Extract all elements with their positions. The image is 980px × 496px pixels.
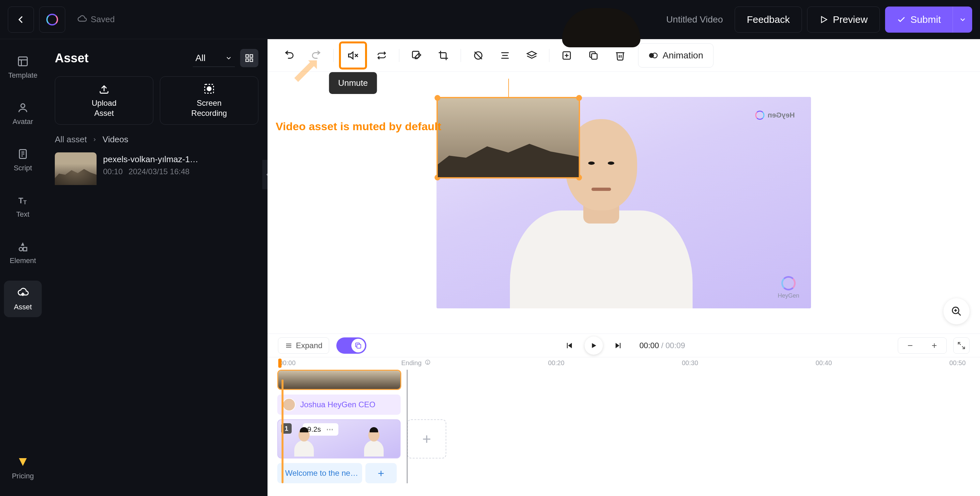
svg-rect-16 [250,55,253,57]
pricing-icon [16,456,29,469]
redo-button[interactable] [304,43,328,67]
timeline-toggle[interactable] [336,337,366,354]
watermark-logo-icon [755,111,764,120]
timeline-fit-button[interactable] [953,337,970,354]
asset-item-duration: 00:10 [103,167,123,176]
avatar-chip-icon [283,398,296,411]
submit-button[interactable]: Submit [885,6,953,33]
svg-rect-17 [246,59,248,61]
svg-text:T: T [19,196,24,205]
text-icon: TT [16,194,29,207]
timeline-ruler[interactable]: 00:00 Ending 00:20 00:30 00:40 00:50 [274,359,974,368]
svg-line-52 [962,346,965,349]
asset-view-toggle[interactable] [240,49,258,67]
timeline-cursor[interactable] [407,370,407,483]
upload-asset-label: Upload Asset [92,98,116,118]
rail-asset-label: Asset [14,303,32,311]
upload-asset-button[interactable]: Upload Asset [55,77,153,124]
rail-avatar[interactable]: Avatar [4,95,42,132]
timeline-scene-clip[interactable]: 1 9.2s ⋯ [277,419,401,458]
crumb-root[interactable]: All asset [55,134,87,145]
svg-marker-11 [21,242,24,246]
add-caption-button[interactable]: + [365,463,397,483]
preview-button[interactable]: Preview [807,6,880,33]
play-button[interactable] [585,337,603,355]
scene-more-button[interactable]: ⋯ [326,425,334,434]
feedback-button[interactable]: Feedback [735,6,802,33]
selected-video-asset[interactable] [436,97,580,179]
resize-handle-br[interactable] [576,175,582,180]
svg-marker-48 [592,343,597,348]
svg-line-39 [958,313,961,316]
screen-recording-label: Screen Recording [191,98,227,118]
resize-handle-tr[interactable] [576,95,582,101]
opacity-button[interactable] [466,43,490,67]
video-canvas[interactable]: HeyGen HeyGen [436,97,811,308]
screen-recording-button[interactable]: Screen Recording [160,77,258,124]
rail-template-label: Template [8,71,37,80]
time-display: 00:00 / 00:09 [640,341,685,350]
caption-text: Welcome to the ne… [285,469,358,478]
playhead[interactable] [278,359,282,368]
ruler-30: 00:30 [682,359,698,367]
svg-rect-1 [19,57,27,66]
edit-button[interactable] [404,43,429,67]
loop-button[interactable] [370,43,394,67]
rail-text[interactable]: TT Text [4,188,42,225]
svg-rect-15 [246,55,248,57]
mute-highlight: Unmute [339,41,367,70]
zoom-out-button[interactable]: − [908,340,913,351]
svg-line-51 [958,342,961,345]
mute-button[interactable] [341,43,365,67]
rail-script[interactable]: Script [4,142,42,178]
svg-rect-45 [357,344,361,348]
svg-marker-0 [821,16,827,22]
add-scene-button[interactable]: + [407,419,446,458]
submit-dropdown[interactable] [953,6,972,33]
timeline-expand-button[interactable]: Expand [278,337,329,354]
back-button[interactable] [8,6,34,33]
watermark-bottom: HeyGen [778,276,799,299]
layers-button[interactable] [520,43,544,67]
asset-panel-title: Asset [55,51,89,65]
time-current: 00:00 [640,341,659,350]
rail-pricing[interactable]: Pricing [4,450,42,486]
align-button[interactable] [493,43,517,67]
crop-button[interactable] [431,43,455,67]
zoom-in-button[interactable]: + [932,340,937,351]
template-icon [16,55,29,68]
rail-template[interactable]: Template [4,49,42,86]
svg-marker-46 [568,343,572,348]
video-title[interactable]: Untitled Video [666,14,723,25]
timeline-caption[interactable]: Welcome to the ne… [277,463,362,483]
svg-rect-18 [250,59,253,61]
prev-button[interactable] [562,338,577,353]
save-status: Saved [77,14,115,24]
next-button[interactable] [611,338,625,353]
logo-icon [46,14,58,26]
resize-handle-bl[interactable] [434,175,441,180]
rail-pricing-label: Pricing [12,472,33,480]
rail-element[interactable]: Element [4,234,42,271]
submit-label: Submit [910,14,941,25]
crumb-videos[interactable]: Videos [102,134,128,145]
svg-marker-14 [19,458,27,466]
timeline-video-track[interactable] [277,370,401,390]
animation-label: Animation [663,50,703,61]
scene-start-bar[interactable] [282,380,283,483]
timeline-avatar-track[interactable]: Joshua HeyGen CEO [277,394,401,415]
time-total: 00:09 [665,341,685,350]
mute-annotation: Video asset is muted by default [276,120,441,133]
app-logo[interactable] [39,6,65,33]
asset-video-item[interactable]: pexels-volkan-yılmaz-1… 00:10 2024/03/15… [55,152,258,185]
canvas-zoom-button[interactable] [943,298,970,324]
rail-asset[interactable]: Asset [4,281,42,317]
toggle-knob [352,339,365,352]
resize-handle-tl[interactable] [434,95,441,101]
asset-filter-dropdown[interactable]: All [193,49,235,67]
expand-label: Expand [296,341,322,350]
watermark-bottom-icon [781,276,795,290]
ruler-ending: Ending [401,359,422,367]
animation-button[interactable]: Animation [638,43,713,67]
rail-avatar-label: Avatar [13,118,33,126]
